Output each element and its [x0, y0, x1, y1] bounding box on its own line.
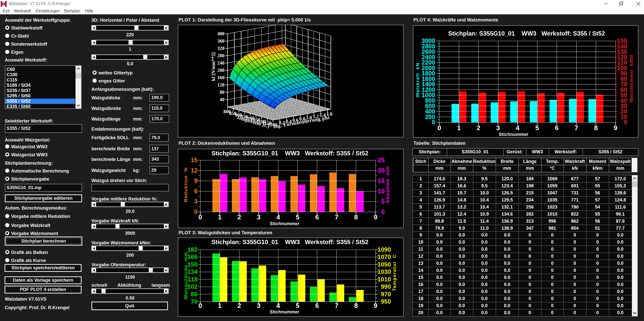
svg-text:80: 80	[220, 90, 225, 95]
svg-text:182: 182	[187, 246, 197, 253]
svg-text:8: 8	[354, 213, 358, 221]
svg-text:Walzmoment kNm: Walzmoment kNm	[629, 54, 634, 103]
svg-text:40: 40	[220, 97, 225, 102]
svg-text:0: 0	[199, 213, 202, 221]
svg-text:1: 1	[218, 213, 221, 221]
svg-text:990: 990	[381, 283, 391, 290]
svg-text:150: 150	[187, 261, 197, 268]
svg-text:5: 5	[296, 213, 299, 221]
svg-text:3: 3	[194, 198, 197, 205]
svg-text:200: 200	[217, 68, 225, 73]
svg-text:Reduktion %: Reduktion %	[183, 167, 188, 202]
svg-text:2: 2	[237, 213, 241, 221]
svg-text:7: 7	[575, 124, 578, 132]
svg-text:9: 9	[614, 124, 617, 132]
svg-text:1050: 1050	[378, 261, 391, 268]
svg-text:4: 4	[516, 124, 519, 132]
svg-text:280: 280	[217, 53, 225, 58]
svg-text:4: 4	[276, 302, 280, 309]
svg-text:86: 86	[191, 291, 197, 298]
svg-text:118: 118	[188, 276, 197, 283]
svg-text:15: 15	[378, 177, 385, 184]
svg-text:1090: 1090	[378, 246, 391, 253]
svg-text:1: 1	[457, 124, 461, 132]
svg-text:150: 150	[617, 37, 627, 44]
svg-text:9: 9	[374, 213, 377, 221]
svg-text:2: 2	[477, 124, 480, 132]
svg-text:0: 0	[194, 208, 197, 215]
svg-text:6: 6	[315, 302, 319, 309]
svg-text:Stichnummer: Stichnummer	[499, 132, 528, 137]
svg-text:70: 70	[191, 298, 197, 305]
svg-text:Stichnummer: Stichnummer	[270, 221, 299, 226]
svg-text:1070: 1070	[378, 253, 391, 260]
svg-text:8: 8	[354, 302, 358, 309]
svg-text:Stichplan: S355G10_01 WW3: Stichplan: S355G10_01 WW3 Werkstoff: S35…	[211, 150, 368, 157]
svg-text:6: 6	[555, 124, 558, 132]
svg-text:134: 134	[187, 268, 198, 275]
svg-text:9: 9	[194, 177, 197, 184]
svg-text:15: 15	[191, 157, 197, 163]
svg-text:1030: 1030	[378, 268, 391, 275]
svg-text:320: 320	[217, 46, 225, 51]
svg-text:25: 25	[378, 157, 385, 163]
svg-text:3: 3	[257, 213, 260, 221]
svg-text:970: 970	[381, 291, 391, 298]
svg-text:1010: 1010	[378, 276, 391, 283]
svg-text:7: 7	[335, 213, 338, 221]
svg-text:12: 12	[191, 167, 197, 174]
svg-text:3: 3	[496, 124, 500, 132]
svg-text:5: 5	[381, 198, 385, 205]
svg-text:950: 950	[381, 298, 391, 305]
svg-text:Temperatur C: Temperatur C	[392, 254, 397, 291]
svg-text:0: 0	[199, 302, 202, 309]
svg-text:7: 7	[335, 302, 338, 309]
svg-text:360: 360	[217, 38, 225, 44]
svg-text:Walzkraft kN: Walzkraft kN	[415, 63, 420, 97]
svg-text:Stichplan: S355G10_01 WW3: Stichplan: S355G10_01 WW3 Werkstoff: S35…	[448, 30, 605, 37]
svg-text:Stichnummer: Stichnummer	[270, 309, 299, 314]
svg-text:5: 5	[296, 302, 299, 309]
svg-text:2: 2	[237, 302, 241, 309]
svg-text:10: 10	[378, 188, 385, 194]
svg-text:240: 240	[217, 60, 225, 66]
svg-text:8: 8	[594, 124, 598, 132]
svg-text:0: 0	[381, 208, 385, 215]
svg-text:400: 400	[217, 31, 225, 36]
svg-text:3000: 3000	[422, 37, 435, 44]
svg-text:3: 3	[257, 302, 260, 309]
svg-text:0: 0	[437, 124, 441, 132]
svg-text:166: 166	[187, 253, 197, 260]
svg-text:6: 6	[315, 213, 319, 221]
svg-text:102: 102	[187, 283, 197, 290]
svg-text:160: 160	[217, 75, 225, 80]
svg-text:Stichplan: S355G10_01 WW3: Stichplan: S355G10_01 WW3 Werkstoff: S35…	[211, 239, 368, 245]
svg-text:5: 5	[535, 124, 539, 132]
svg-text:Abnahme mm: Abnahme mm	[385, 166, 390, 203]
svg-text:4: 4	[276, 213, 280, 221]
svg-text:1: 1	[218, 302, 221, 309]
svg-text:9: 9	[374, 302, 377, 309]
svg-text:120: 120	[217, 82, 225, 87]
svg-text:6: 6	[194, 188, 197, 194]
svg-text:Walzgutdicke mm: Walzgutdicke mm	[183, 252, 188, 299]
svg-text:kf [N/mm**2]: kf [N/mm**2]	[211, 52, 216, 81]
svg-text:20: 20	[378, 167, 385, 174]
